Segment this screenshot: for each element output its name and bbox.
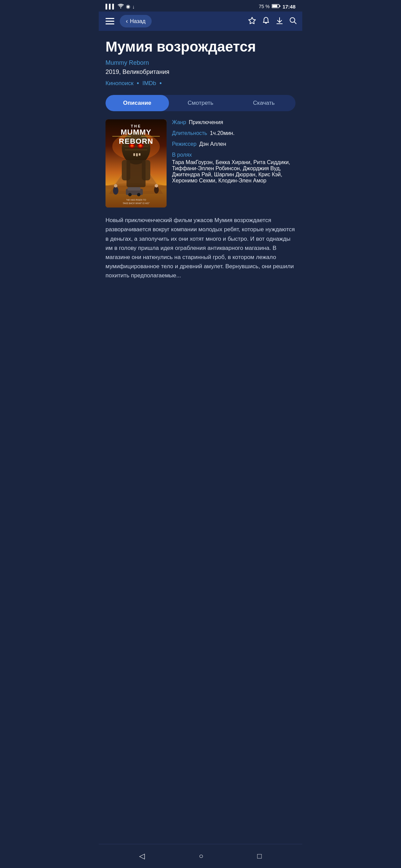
tab-watch[interactable]: Смотреть: [169, 95, 232, 111]
genre-value-text: Приключения: [189, 119, 223, 125]
movie-links: Кинопоиск • IMDb •: [106, 80, 295, 87]
duration-label: Длительность: [172, 130, 207, 136]
tab-download[interactable]: Скачать: [232, 95, 295, 111]
search-button[interactable]: [289, 17, 297, 26]
status-left: ▌▌▌ ◉ ↓: [106, 3, 135, 9]
top-nav: ‹ Назад: [99, 12, 302, 31]
svg-rect-24: [136, 153, 138, 156]
tab-description[interactable]: Описание: [106, 95, 169, 111]
back-label: Назад: [130, 18, 146, 24]
duration-value-text: 1ч.20мин.: [210, 130, 235, 136]
clock: 17:48: [283, 4, 295, 9]
favorite-button[interactable]: [248, 17, 256, 26]
menu-button[interactable]: [104, 17, 116, 26]
svg-rect-2: [272, 5, 277, 7]
movie-info-section: THE MUMMY ⬦ ⬦ ⬦ REBORN "HE HAS RISEN TO …: [106, 119, 295, 208]
svg-point-30: [114, 184, 117, 188]
eye-icon: ◉: [126, 3, 130, 9]
genre-row: Жанр Приключения: [172, 119, 295, 125]
nav-actions: [248, 17, 297, 26]
tabs-container: Описание Смотреть Скачать: [106, 95, 295, 111]
movie-details: Жанр Приключения Длительность 1ч.20мин. …: [172, 119, 295, 208]
svg-rect-36: [128, 187, 140, 191]
genre-label: Жанр: [172, 119, 186, 125]
movie-poster: THE MUMMY ⬦ ⬦ ⬦ REBORN "HE HAS RISEN TO …: [106, 119, 167, 208]
battery-icon: [272, 4, 281, 9]
svg-text:MUMMY: MUMMY: [121, 128, 152, 136]
svg-point-29: [113, 186, 118, 195]
back-button[interactable]: ‹ Назад: [120, 15, 152, 27]
cast-label: В ролях: [172, 152, 192, 158]
svg-point-34: [128, 193, 132, 196]
svg-point-35: [137, 193, 140, 196]
svg-marker-3: [249, 17, 255, 24]
wifi-icon: [118, 4, 124, 9]
svg-text:TAKE BACK WHAT IS HIS": TAKE BACK WHAT IS HIS": [122, 202, 150, 204]
download-icon: ↓: [132, 4, 135, 9]
movie-year-country: 2019, Великобритания: [106, 68, 295, 76]
chevron-left-icon: ‹: [126, 18, 128, 25]
svg-rect-23: [133, 153, 135, 156]
back-nav-button[interactable]: ◁: [132, 849, 152, 863]
svg-text:REBORN: REBORN: [119, 137, 153, 145]
svg-rect-1: [279, 5, 280, 7]
download-button[interactable]: [276, 17, 283, 26]
cast-row: В ролях Тара МакГоурэн, Бекка Хирани, Ри…: [172, 152, 295, 184]
kinopoisk-link[interactable]: Кинопоиск: [106, 80, 133, 87]
svg-line-5: [294, 22, 297, 24]
director-row: Режиссер Дэн Аллен: [172, 141, 295, 147]
battery-percent: 75 %: [259, 4, 270, 9]
dot-separator-2: •: [159, 80, 161, 87]
description-text: Новый приключенческий фильм ужасов Мумия…: [106, 216, 295, 290]
imdb-link[interactable]: IMDb: [142, 80, 156, 87]
svg-text:"HE HAS RISEN TO: "HE HAS RISEN TO: [126, 199, 146, 201]
status-right: 75 % 17:48: [259, 4, 295, 9]
bottom-nav: ◁ ○ □: [99, 844, 302, 868]
recent-nav-button[interactable]: □: [250, 849, 268, 863]
svg-point-32: [155, 184, 158, 188]
director-label: Режиссер: [172, 141, 196, 147]
status-bar: ▌▌▌ ◉ ↓ 75 % 17:48: [99, 0, 302, 12]
main-content: Мумия возрождается Mummy Reborn 2019, Ве…: [99, 31, 302, 318]
director-value-text: Дэн Аллен: [199, 141, 226, 147]
notification-button[interactable]: [262, 17, 270, 26]
duration-row: Длительность 1ч.20мин.: [172, 130, 295, 136]
signal-icon: ▌▌▌: [106, 4, 116, 9]
svg-rect-25: [139, 153, 140, 156]
svg-rect-28: [127, 160, 146, 187]
home-nav-button[interactable]: ○: [192, 849, 210, 863]
dot-separator-1: •: [137, 80, 139, 87]
movie-original-title: Mummy Reborn: [106, 59, 295, 66]
movie-title: Мумия возрождается: [106, 39, 295, 55]
cast-value-text: Тара МакГоурэн, Бекка Хирани, Рита Сидди…: [172, 159, 295, 184]
